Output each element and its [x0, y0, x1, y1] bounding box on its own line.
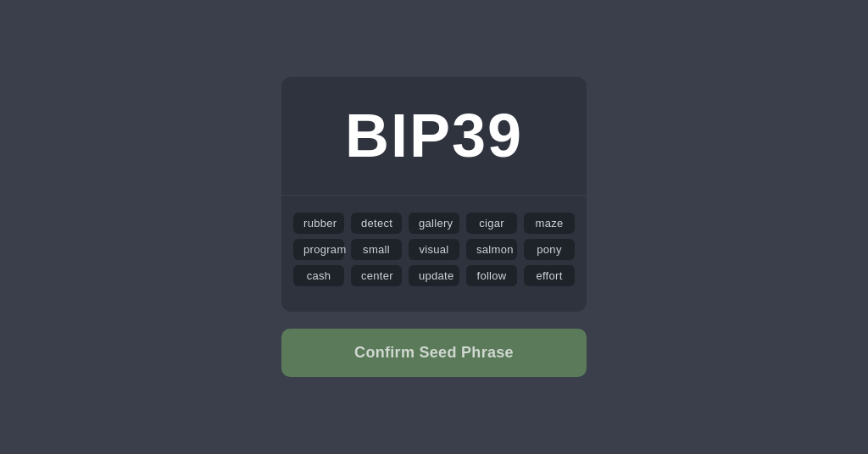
seed-word-program: program [293, 239, 344, 260]
confirm-seed-phrase-button[interactable]: Confirm Seed Phrase [281, 329, 587, 377]
seed-row-1: rubber detect gallery cigar maze [298, 213, 570, 234]
seed-word-cash: cash [293, 265, 344, 286]
seed-row-2: program small visual salmon pony [298, 239, 570, 260]
bip-card: BIP39 rubber detect gallery cigar maze p… [281, 77, 587, 312]
seed-words-area: rubber detect gallery cigar maze program… [281, 196, 587, 295]
bip-title-area: BIP39 [281, 77, 587, 196]
seed-word-center: center [351, 265, 402, 286]
seed-word-pony: pony [524, 239, 575, 260]
main-container: BIP39 rubber detect gallery cigar maze p… [281, 77, 587, 377]
seed-word-detect: detect [351, 213, 402, 234]
seed-word-rubber: rubber [293, 213, 344, 234]
seed-word-small: small [351, 239, 402, 260]
bip-title: BIP39 [298, 102, 570, 169]
seed-word-salmon: salmon [466, 239, 517, 260]
seed-row-3: cash center update follow effort [298, 265, 570, 286]
seed-word-update: update [409, 265, 459, 286]
seed-word-cigar: cigar [466, 213, 517, 234]
seed-word-gallery: gallery [409, 213, 459, 234]
seed-word-follow: follow [466, 265, 517, 286]
seed-word-effort: effort [524, 265, 575, 286]
seed-word-visual: visual [409, 239, 459, 260]
seed-word-maze: maze [524, 213, 575, 234]
